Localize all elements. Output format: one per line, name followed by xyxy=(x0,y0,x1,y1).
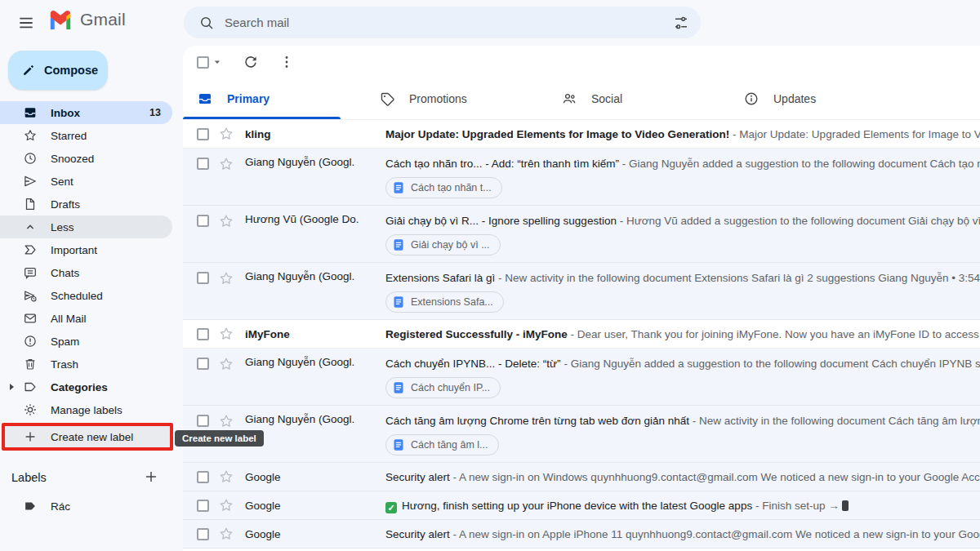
email-row[interactable]: Giang Nguyễn (Googl.Cách chuyển IPYNB...… xyxy=(183,349,980,406)
more-options-button[interactable] xyxy=(278,54,295,70)
inbox-icon xyxy=(23,105,38,120)
sender-name: Hương Vũ (Google Do. xyxy=(245,213,376,225)
tab-primary[interactable]: Primary xyxy=(183,78,365,119)
labels-title: Labels xyxy=(11,471,47,484)
email-row[interactable]: GoogleSecurity alert - A new sign-in on … xyxy=(183,463,980,491)
star-icon[interactable] xyxy=(218,213,234,229)
row-checkbox[interactable] xyxy=(197,471,209,483)
spam-icon xyxy=(23,334,38,349)
row-checkbox[interactable] xyxy=(197,215,209,227)
tag-icon xyxy=(23,380,38,394)
sidebar-nav: Inbox13StarredSnoozedSentDraftsLessImpor… xyxy=(0,101,183,451)
attachment-chip[interactable]: Cách chuyển IP... xyxy=(385,377,501,398)
star-icon[interactable] xyxy=(218,156,234,172)
hamburger-menu-icon[interactable] xyxy=(11,8,41,38)
sidebar-item-all-mail[interactable]: All Mail xyxy=(0,307,172,330)
sidebar-item-starred[interactable]: Starred xyxy=(0,124,172,147)
search-bar[interactable] xyxy=(184,7,701,38)
plus-icon xyxy=(23,429,38,444)
sender-name: Google xyxy=(245,500,376,512)
sidebar-item-manage-labels[interactable]: Manage labels xyxy=(0,398,172,421)
search-input[interactable] xyxy=(225,16,673,29)
email-row[interactable]: Giang Nguyễn (Googl.Cách tăng âm lượng C… xyxy=(183,406,980,463)
sidebar-item-inbox[interactable]: Inbox13 xyxy=(0,101,172,124)
google-docs-icon xyxy=(392,295,405,309)
refresh-button[interactable] xyxy=(243,54,259,70)
labels-list: Rác xyxy=(0,493,183,519)
tab-updates[interactable]: Updates xyxy=(729,78,911,119)
row-checkbox[interactable] xyxy=(197,500,209,512)
brand-wordmark: Gmail xyxy=(80,10,126,29)
trash-icon xyxy=(23,357,38,371)
row-checkbox[interactable] xyxy=(197,128,209,140)
label-item-r-c[interactable]: Rác xyxy=(0,493,172,519)
search-options-tune-icon[interactable] xyxy=(673,15,689,31)
sidebar-item-scheduled[interactable]: Scheduled xyxy=(0,284,172,307)
email-row[interactable]: Hương Vũ (Google Do.Giải chạy bộ vì R...… xyxy=(183,206,980,263)
sender-name: iMyFone xyxy=(245,328,376,340)
sidebar-item-less[interactable]: Less xyxy=(0,216,172,238)
chat-icon xyxy=(23,265,38,280)
sidebar-item-sent[interactable]: Sent xyxy=(0,170,172,193)
row-checkbox[interactable] xyxy=(197,358,209,370)
tab-promotions[interactable]: Promotions xyxy=(365,78,547,119)
star-icon[interactable] xyxy=(218,126,234,142)
star-icon[interactable] xyxy=(218,413,234,429)
sidebar-item-snoozed[interactable]: Snoozed xyxy=(0,147,172,170)
compose-button[interactable]: Compose xyxy=(8,51,108,90)
email-row[interactable]: GoogleSecurity alert - A new sign-in on … xyxy=(183,520,980,549)
updates-tab-icon xyxy=(743,91,760,107)
sidebar-item-spam[interactable]: Spam xyxy=(0,330,172,353)
mail-pane: PrimaryPromotionsSocialUpdates klingMajo… xyxy=(183,46,980,551)
email-row[interactable]: Giang Nguyễn (Googl.Extensions Safari là… xyxy=(183,263,980,320)
sender-name: Google xyxy=(245,528,376,540)
star-icon[interactable] xyxy=(218,356,234,372)
gear-icon xyxy=(23,402,38,417)
email-row[interactable]: klingMajor Update: Upgraded Elements for… xyxy=(183,120,980,149)
select-all-checkbox[interactable] xyxy=(197,56,209,69)
top-bar: Gmail xyxy=(0,0,980,46)
sidebar-item-chats[interactable]: Chats xyxy=(0,261,172,284)
expander-triangle-icon[interactable] xyxy=(10,384,14,390)
scheduled-icon xyxy=(23,288,38,303)
subject-snippet-line: Cách tăng âm lượng Chrome trên từng tab … xyxy=(385,413,980,429)
row-checkbox[interactable] xyxy=(197,528,209,540)
star-icon[interactable] xyxy=(218,469,234,485)
select-caret-down-icon[interactable] xyxy=(212,56,223,68)
draft-icon xyxy=(23,197,38,211)
row-checkbox[interactable] xyxy=(197,158,209,170)
sidebar-item-important[interactable]: Important xyxy=(0,238,172,261)
selected-tab-underline xyxy=(183,117,341,119)
attachment-chip[interactable]: Cách tạo nhãn t... xyxy=(385,177,502,198)
pencil-icon xyxy=(21,63,36,78)
star-icon[interactable] xyxy=(218,326,234,342)
attachment-chip[interactable]: Cách tăng âm l... xyxy=(385,434,499,455)
sidebar-item-trash[interactable]: Trash xyxy=(0,353,172,375)
attachment-chip[interactable]: Giải chạy bộ vì ... xyxy=(385,234,501,256)
row-checkbox[interactable] xyxy=(197,415,209,427)
email-row[interactable]: iMyFoneRegistered Successfully - iMyFone… xyxy=(183,320,980,349)
tab-social[interactable]: Social xyxy=(547,78,729,119)
row-checkbox[interactable] xyxy=(197,328,209,340)
star-icon[interactable] xyxy=(218,526,234,542)
sidebar-item-drafts[interactable]: Drafts xyxy=(0,193,172,216)
all-mail-icon xyxy=(23,311,38,326)
sender-name: Giang Nguyễn (Googl. xyxy=(245,356,376,368)
star-icon[interactable] xyxy=(218,497,234,513)
google-docs-icon xyxy=(392,181,405,194)
primary-tab-icon xyxy=(197,91,213,107)
attachment-chip[interactable]: Extensions Safa... xyxy=(385,291,504,313)
star-icon[interactable] xyxy=(218,270,234,287)
sidebar: Compose Inbox13StarredSnoozedSentDraftsL… xyxy=(0,46,183,551)
compose-label: Compose xyxy=(44,64,98,77)
row-checkbox[interactable] xyxy=(197,272,209,284)
sidebar-item-categories[interactable]: Categories xyxy=(0,375,172,398)
add-label-plus-icon[interactable] xyxy=(143,469,161,487)
google-docs-icon xyxy=(392,238,405,251)
inbox-tabs: PrimaryPromotionsSocialUpdates xyxy=(183,78,980,120)
sidebar-item-create-new-label[interactable]: Create new label xyxy=(5,426,170,447)
create-label-tooltip: Create new label xyxy=(175,430,264,447)
email-row[interactable]: Giang Nguyễn (Googl.Cách tạo nhãn tro...… xyxy=(183,149,980,206)
gmail-m-icon xyxy=(47,10,74,29)
email-row[interactable]: Google✓Hương, finish setting up your iPh… xyxy=(183,491,980,520)
